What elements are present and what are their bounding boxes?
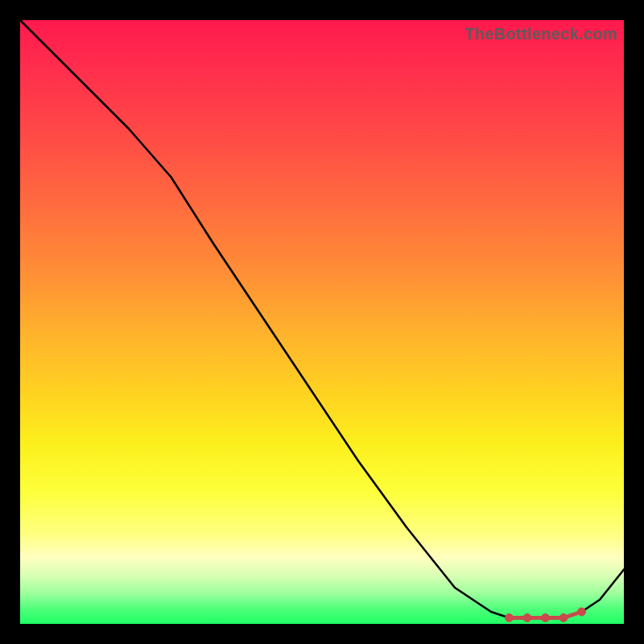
plot-area: TheBottleneck.com	[20, 20, 624, 624]
data-line	[20, 20, 624, 618]
chart-svg	[20, 20, 624, 624]
chart-stage: TheBottleneck.com	[0, 0, 644, 644]
